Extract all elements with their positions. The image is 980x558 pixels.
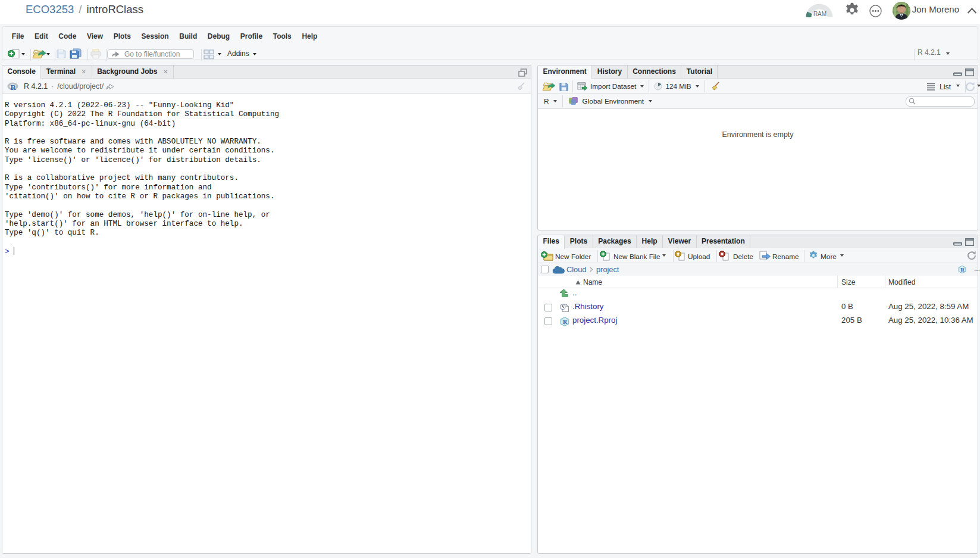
svg-text:RAM: RAM xyxy=(813,10,826,17)
svg-text:R: R xyxy=(960,267,965,273)
svg-text:R: R xyxy=(563,319,568,325)
svg-text:R: R xyxy=(11,83,17,91)
